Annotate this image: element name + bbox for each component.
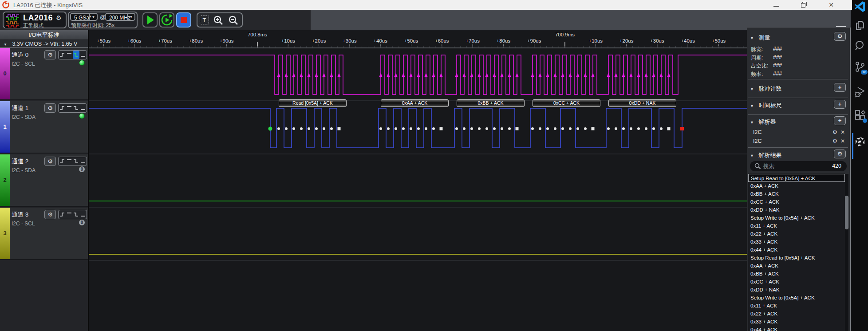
trigger-button-group[interactable] [58,103,87,113]
vscode-taskbar-icon[interactable] [854,1,866,12]
decoder-remove-icon[interactable]: ✕ [840,129,845,135]
trigger-fall-button[interactable] [73,51,80,59]
trigger-fall-button[interactable] [73,157,80,166]
explorer-icon[interactable] [854,20,866,31]
trigger-rise-button[interactable] [59,210,66,219]
decode-result-item[interactable]: 0x33 + ACK [748,318,845,326]
decoder-remove-icon[interactable]: ✕ [840,138,845,144]
decode-result-item[interactable]: 0xBB + ACK [748,270,845,278]
decode-result-item[interactable]: 0x11 + ACK [748,302,845,310]
section-decoders[interactable]: ▼ 解析器 [750,118,776,126]
text-annotation-tool-button[interactable]: T [200,16,209,24]
zoom-in-icon[interactable] [213,15,224,26]
trigger-high-button[interactable] [66,210,73,219]
restore-button[interactable] [797,2,810,8]
device-group[interactable]: LA2016 ⚙ 正常模式 [3,12,67,28]
trigger-low-button[interactable] [79,51,87,59]
trigger-high-button[interactable] [66,157,73,166]
zoom-out-icon[interactable] [228,15,239,26]
trigger-button-group[interactable] [58,210,87,219]
section-pulse-count[interactable]: ▼ 脉冲计数 [750,85,782,93]
decode-result-item[interactable]: 0x22 + ACK [748,310,845,318]
results-scrollbar[interactable] [845,174,848,331]
decode-result-item[interactable]: 0xCC + ACK [748,278,845,286]
close-button[interactable]: ✕ [825,2,838,8]
trigger-rise-button[interactable] [59,104,66,112]
clock-dropdown-arrow[interactable]: ▼ [127,14,134,20]
stop-button[interactable] [176,12,191,28]
decode-result-item[interactable]: 0x11 + ACK [748,222,845,230]
kingstvis-logo-icon [2,1,9,8]
decoded-byte-annotation[interactable]: 0xBB + ACK [457,99,525,107]
results-scrollbar-thumb[interactable] [845,196,848,229]
channel-settings-gear-icon[interactable]: ⚙ [44,50,56,59]
source-control-icon[interactable]: 10 [854,61,866,73]
decode-result-item[interactable]: 0xCC + ACK [748,198,845,206]
decode-result-item[interactable]: Setup Write to [0x5A] + ACK [748,214,845,222]
channel-settings-gear-icon[interactable]: ⚙ [44,103,56,113]
clock-select[interactable]: 200 MHz ▼ [105,13,135,21]
trigger-rise-button[interactable] [59,157,66,166]
section-measure[interactable]: ▼ 测量 [750,34,770,42]
trigger-high-button[interactable] [66,51,73,59]
trigger-high-button[interactable] [66,104,73,112]
decode-result-item[interactable]: Setup Write to [0x5A] + ACK [748,294,845,302]
search-taskbar-icon[interactable] [854,40,866,51]
io-level-value[interactable]: ▼ 3.3V CMOS -> Vth: 1.65 V [0,40,88,48]
waveform-canvas [89,30,747,331]
add-pulse-counter-button[interactable]: + [834,83,846,92]
sample-rate-dropdown-arrow[interactable]: ▼ [89,14,97,20]
trigger-low-button[interactable] [79,210,87,219]
decode-result-item[interactable]: 0xBB + ACK [748,190,845,198]
channel-block-3[interactable]: 3通道 3I2C - SCL⚙0 [0,208,88,260]
decode-result-item[interactable]: Setup Read to [0x5A] + ACK [748,254,845,262]
decoder-settings-gear-icon[interactable]: ⚙ [832,138,837,144]
channel-block-0[interactable]: 0通道 0I2C - SCL⚙ [0,48,88,100]
add-time-marker-button[interactable]: + [834,100,846,109]
decoded-byte-annotation[interactable]: 0xDD + NAK [608,99,676,107]
device-settings-gear-icon[interactable]: ⚙ [56,14,62,21]
decode-result-item[interactable]: 0x44 + ACK [748,326,845,331]
io-level-header[interactable]: I/O电平标准 [0,30,88,40]
trigger-fall-button[interactable] [73,104,80,112]
trigger-button-group[interactable] [58,157,87,166]
decode-result-item[interactable]: Setup Read to [0x5A] + ACK [748,174,845,182]
decoded-byte-annotation[interactable]: 0xCC + ACK [533,99,600,107]
trigger-rise-button[interactable] [59,51,66,59]
trigger-fall-button[interactable] [73,210,80,219]
channel-block-2[interactable]: 2通道 2I2C - SDA⚙0 [0,154,88,207]
decode-result-item[interactable]: 0xAA + ACK [748,182,845,190]
trigger-button-group[interactable] [58,50,87,59]
channel-block-1[interactable]: 1通道 1I2C - SDA⚙ [0,101,88,154]
run-debug-icon[interactable] [854,86,866,98]
decode-result-item[interactable]: 0x33 + ACK [748,238,845,246]
extensions-icon[interactable] [854,110,866,122]
channel-settings-gear-icon[interactable]: ⚙ [44,210,56,219]
loop-run-button[interactable] [159,12,174,28]
minimize-button[interactable] [770,2,783,8]
decoder-item-label[interactable]: I2C [753,138,761,144]
decoder-item-label[interactable]: I2C [753,129,761,135]
decode-results-list[interactable]: Setup Read to [0x5A] + ACK0xAA + ACK0xBB… [748,174,845,331]
decoded-byte-annotation[interactable]: 0xAA + ACK [381,99,449,107]
kingstvis-taskbar-icon[interactable] [854,136,866,147]
decode-result-item[interactable]: 0xDD + NAK [748,206,845,214]
results-search-box[interactable]: 搜索 420 [750,161,847,171]
section-time-ruler[interactable]: ▼ 时间标尺 [750,102,782,110]
channel-settings-gear-icon[interactable]: ⚙ [44,157,56,166]
decoded-byte-annotation[interactable]: Read [0x5A] + ACK [279,99,347,107]
results-settings-button[interactable]: ⚙ [834,150,846,158]
trigger-low-button[interactable] [79,157,87,166]
decode-result-item[interactable]: 0x22 + ACK [748,230,845,238]
decode-result-item[interactable]: 0x44 + ACK [748,246,845,254]
run-button[interactable] [142,12,158,28]
waveform-area[interactable]: +50us+60us+70us+80us+90us700.8ms+10us+20… [89,30,747,331]
measure-settings-button[interactable]: ⚙ [834,32,846,41]
section-decode-results[interactable]: ▼ 解析结果 [750,151,782,159]
decode-result-item[interactable]: 0xDD + NAK [748,286,845,294]
decode-result-item[interactable]: 0xAA + ACK [748,262,845,270]
decoder-settings-gear-icon[interactable]: ⚙ [832,129,837,135]
sample-rate-select[interactable]: 5 GSa* ▼ [70,13,98,21]
add-decoder-button[interactable]: + [834,116,846,125]
trigger-low-button[interactable] [79,104,87,112]
